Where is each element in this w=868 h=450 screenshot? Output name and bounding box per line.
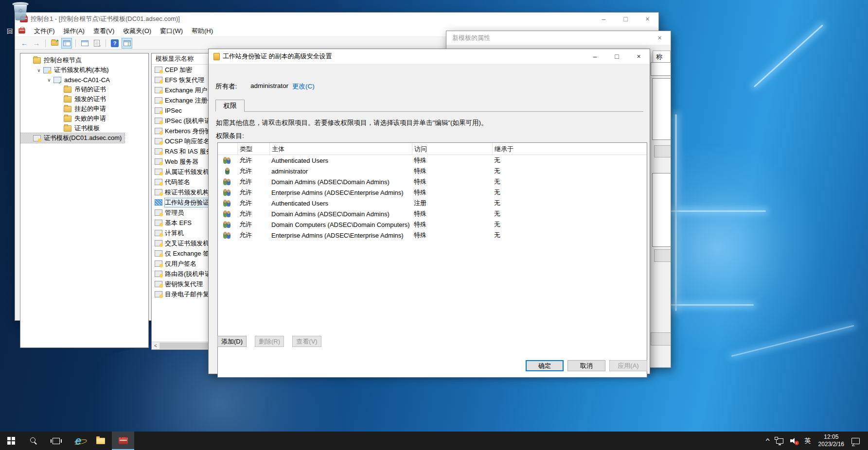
tree-item[interactable]: 颁发的证书 bbox=[20, 94, 148, 104]
action-center-button[interactable] bbox=[848, 432, 863, 450]
show-action-pane-button[interactable] bbox=[122, 38, 132, 49]
template-list-item[interactable]: 仅用户签名 bbox=[152, 259, 217, 269]
template-list-item[interactable]: 从属证书颁发机构 bbox=[152, 167, 217, 177]
properties-tab-fragment[interactable]: 称 bbox=[653, 51, 671, 62]
start-button[interactable] bbox=[0, 432, 22, 450]
network-tray-button[interactable] bbox=[773, 432, 787, 450]
template-list-item[interactable]: 目录电子邮件复制 bbox=[152, 289, 217, 299]
template-list-item[interactable]: 代码签名 bbox=[152, 177, 217, 187]
back-button[interactable]: ← bbox=[19, 38, 30, 49]
table-header-row[interactable]: 类型 主体 访问 继承于 bbox=[218, 143, 647, 155]
forward-button[interactable]: → bbox=[31, 38, 42, 49]
action-pane-icon bbox=[124, 40, 131, 46]
menu-item[interactable]: 帮助(H) bbox=[187, 25, 217, 37]
template-list-item[interactable]: 根证书颁发机构 bbox=[152, 187, 217, 197]
permission-entry-row[interactable]: 允许Authenticated Users特殊无 bbox=[218, 155, 647, 166]
ok-button[interactable]: 确定 bbox=[526, 360, 564, 371]
internet-explorer-icon: e bbox=[75, 436, 82, 446]
template-list-item[interactable]: OCSP 响应签名 bbox=[152, 136, 217, 146]
template-list-item[interactable]: EFS 恢复代理 bbox=[152, 75, 217, 85]
menu-item[interactable]: 操作(A) bbox=[59, 25, 89, 37]
template-list-item[interactable]: 交叉证书颁发机构 bbox=[152, 238, 217, 248]
advanced-security-settings-dialog: 工作站身份验证 的副本的高级安全设置 – □ × 所有者: administra… bbox=[208, 49, 650, 374]
cancel-button[interactable]: 取消 bbox=[567, 360, 605, 371]
mmc-titlebar[interactable]: 控制台1 - [控制台根节点\证书模板(DC01.adsec.com)] – □… bbox=[15, 13, 658, 25]
template-list-item[interactable]: 路由器(脱机申请) bbox=[152, 269, 217, 279]
header-type[interactable]: 类型 bbox=[237, 143, 269, 155]
header-access[interactable]: 访问 bbox=[412, 143, 492, 155]
scroll-left-icon[interactable]: < bbox=[152, 342, 159, 349]
taskbar-item-mmc[interactable] bbox=[112, 432, 134, 450]
owner-label: 所有者: bbox=[215, 82, 250, 91]
menu-item[interactable]: 查看(V) bbox=[89, 25, 119, 37]
taskbar-item-explorer[interactable] bbox=[89, 432, 112, 450]
change-owner-link[interactable]: 更改(C) bbox=[292, 82, 315, 91]
header-inherited-from[interactable]: 继承于 bbox=[492, 143, 647, 155]
up-one-level-button[interactable]: ↗ bbox=[49, 38, 60, 49]
security-dialog-titlebar[interactable]: 工作站身份验证 的副本的高级安全设置 – □ × bbox=[209, 49, 650, 64]
export-list-button[interactable]: → bbox=[91, 38, 102, 49]
properties-titlebar[interactable]: 新模板的属性 × bbox=[446, 31, 671, 45]
template-list-item[interactable]: Kerberos 身份验证 bbox=[152, 126, 217, 136]
template-list-item[interactable]: 计算机 bbox=[152, 228, 217, 238]
taskbar-item-ie[interactable]: e bbox=[67, 432, 89, 450]
permission-entry-row[interactable]: 允许Authenticated Users注册无 bbox=[218, 198, 647, 208]
close-icon[interactable]: × bbox=[649, 31, 671, 45]
tree-item[interactable]: 吊销的证书 bbox=[20, 85, 148, 94]
minimize-icon[interactable]: – bbox=[584, 49, 606, 64]
menu-item[interactable]: 窗口(W) bbox=[156, 25, 187, 37]
recycle-bin-icon[interactable]: ♲ bbox=[11, 0, 30, 22]
permission-entry-row[interactable]: 允许Domain Admins (ADSEC\Domain Admins)特殊无 bbox=[218, 208, 647, 219]
permission-entry-row[interactable]: 允许Domain Computers (ADSEC\Domain Compute… bbox=[218, 219, 647, 230]
maximize-icon[interactable]: □ bbox=[606, 49, 628, 64]
template-list-item[interactable]: 密钥恢复代理 bbox=[152, 279, 217, 289]
volume-tray-button[interactable]: × bbox=[787, 432, 801, 450]
task-view-button[interactable] bbox=[45, 432, 67, 450]
template-list-item[interactable]: IPSec bbox=[152, 105, 217, 116]
template-list-item[interactable]: 仅 Exchange 签名 bbox=[152, 248, 217, 259]
template-list-item[interactable]: 基本 EFS bbox=[152, 218, 217, 228]
show-console-tree-button[interactable] bbox=[61, 38, 72, 49]
chevron-expanded-icon[interactable]: ∨ bbox=[35, 68, 43, 73]
template-list-item[interactable]: Web 服务器 bbox=[152, 156, 217, 167]
menu-item[interactable]: 文件(F) bbox=[30, 25, 59, 37]
maximize-icon[interactable]: □ bbox=[615, 13, 637, 25]
permission-entry-row[interactable]: 允许Enterprise Admins (ADSEC\Enterprise Ad… bbox=[218, 187, 647, 198]
properties-dialog-title: 新模板的属性 bbox=[446, 34, 490, 42]
tray-chevron-icon[interactable]: ^ bbox=[761, 432, 774, 450]
search-button[interactable] bbox=[22, 432, 45, 450]
template-list-item[interactable]: Exchange 注册代理( bbox=[152, 95, 217, 105]
minimize-icon[interactable]: – bbox=[593, 13, 615, 25]
close-icon[interactable]: × bbox=[637, 13, 658, 25]
template-list-column-header[interactable]: 模板显示名称 ^ bbox=[152, 53, 217, 65]
language-indicator[interactable]: 英 bbox=[801, 432, 815, 450]
permission-entry-row[interactable]: 允许Domain Admins (ADSEC\Domain Admins)特殊无 bbox=[218, 176, 647, 187]
permission-entry-row[interactable]: 允许Enterprise Admins (ADSEC\Enterprise Ad… bbox=[218, 230, 647, 241]
tree-item[interactable]: ∨证书颁发机构(本地) bbox=[20, 65, 148, 75]
horizontal-scrollbar[interactable]: < bbox=[152, 342, 217, 349]
tree-item[interactable]: 证书模板 bbox=[20, 123, 148, 133]
properties-button[interactable] bbox=[79, 38, 90, 49]
template-list-item[interactable]: IPSec (脱机申请) bbox=[152, 116, 217, 126]
taskbar-clock[interactable]: 12:05 2023/2/16 bbox=[815, 433, 848, 448]
template-list-item[interactable]: 工作站身份验证 bbox=[152, 197, 217, 208]
chevron-expanded-icon[interactable]: ∨ bbox=[45, 77, 53, 83]
close-icon[interactable]: × bbox=[628, 49, 650, 64]
tab-permissions[interactable]: 权限 bbox=[215, 100, 245, 112]
template-list-item[interactable]: 管理员 bbox=[152, 208, 217, 218]
menu-item[interactable]: 收藏夹(O) bbox=[119, 25, 156, 37]
tree-item[interactable]: 失败的申请 bbox=[20, 114, 148, 123]
template-list-item[interactable]: Exchange 用户 bbox=[152, 85, 217, 95]
add-button[interactable]: 添加(D) bbox=[217, 336, 247, 347]
permission-entry-row[interactable]: 允许administrator特殊无 bbox=[218, 166, 647, 176]
tree-item[interactable]: 证书模板(DC01.adsec.com) bbox=[20, 133, 124, 143]
tree-item[interactable]: ∨adsec-CA01-CA bbox=[20, 75, 148, 85]
recycle-bin-label[interactable]: 回 bbox=[7, 27, 13, 36]
tree-item[interactable]: 控制台根节点 bbox=[20, 55, 148, 65]
tree-item[interactable]: 挂起的申请 bbox=[20, 104, 148, 114]
template-list-item[interactable]: CEP 加密 bbox=[152, 65, 217, 75]
template-list-item[interactable]: RAS 和 IAS 服务器 bbox=[152, 146, 217, 156]
header-principal[interactable]: 主体 bbox=[269, 143, 412, 155]
help-button[interactable]: ? bbox=[109, 38, 120, 49]
certificate-template-icon bbox=[155, 87, 162, 93]
